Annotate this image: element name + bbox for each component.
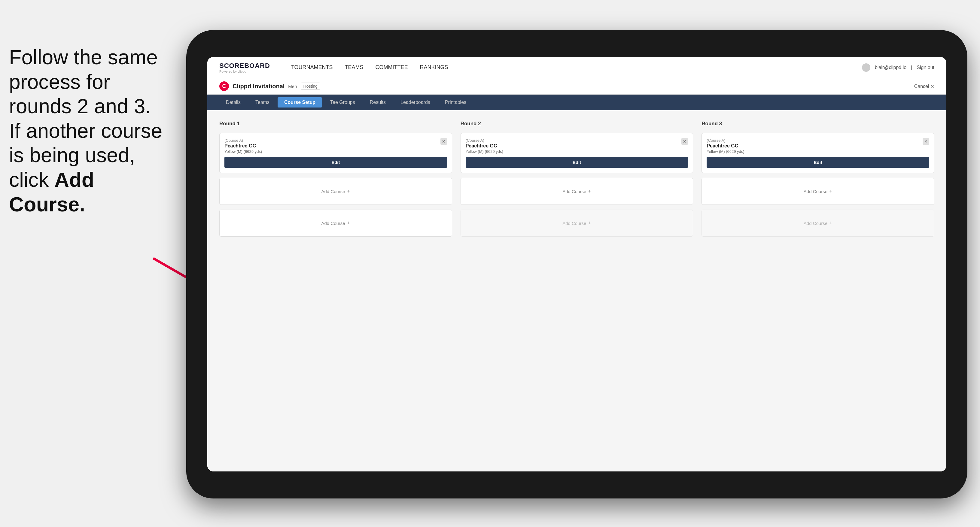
sub-header: C Clippd Invitational Men Hosting Cancel… [207,78,947,95]
add-course-label-2: Add Course [321,221,345,226]
men-badge: Men [288,84,297,89]
add-course-label-3: Add Course [562,189,586,194]
add-course-card-4-disabled: Add Course + [461,210,694,237]
nav-right: blair@clippd.io | Sign out [862,63,934,72]
instruction-text: Follow the same process for rounds 2 and… [0,45,174,216]
course-details: Yellow (M) (6629 yds) [224,149,262,154]
tab-bar: Details Teams Course Setup Tee Groups Re… [207,95,947,110]
round-1-column: Round 1 (Course A) Peachtree GC Yellow (… [219,121,452,237]
nav-separator: | [911,65,912,70]
nav-rankings[interactable]: RANKINGS [420,63,448,72]
round-1-course-card: (Course A) Peachtree GC Yellow (M) (6629… [219,133,452,173]
delete-course-button-3[interactable]: ✕ [923,138,929,145]
add-plus-icon-4: + [588,220,591,226]
round-2-column: Round 2 (Course A) Peachtree GC Yellow (… [461,121,694,237]
tab-teams[interactable]: Teams [249,97,276,108]
add-course-card-5[interactable]: Add Course + [702,178,934,205]
course-card-header-2: (Course A) Peachtree GC Yellow (M) (6629… [466,138,688,154]
tablet-device: SCOREBOARD Powered by clippd TOURNAMENTS… [186,30,967,498]
edit-course-button-3[interactable]: Edit [706,157,929,168]
add-plus-icon-2: + [347,220,350,226]
logo-area: SCOREBOARD Powered by clippd [219,62,270,73]
add-plus-icon: + [347,188,350,195]
logo-sub: Powered by clippd [219,70,270,73]
hosting-badge: Hosting [301,83,320,90]
round-3-label: Round 3 [702,121,934,127]
course-details-2: Yellow (M) (6629 yds) [466,149,503,154]
rounds-grid: Round 1 (Course A) Peachtree GC Yellow (… [219,121,934,237]
edit-course-button[interactable]: Edit [224,157,447,168]
add-course-label-5: Add Course [803,189,827,194]
round-2-label: Round 2 [461,121,694,127]
user-email: blair@clippd.io [875,65,907,70]
course-details-3: Yellow (M) (6629 yds) [706,149,744,154]
tab-printables[interactable]: Printables [438,97,473,108]
tab-results[interactable]: Results [363,97,392,108]
round-3-course-card: (Course A) Peachtree GC Yellow (M) (6629… [702,133,934,173]
edit-course-button-2[interactable]: Edit [466,157,688,168]
add-plus-icon-6: + [829,220,832,226]
course-tag: (Course A) [224,138,262,143]
tournament-title: Clippd Invitational [232,83,285,90]
round-1-label: Round 1 [219,121,452,127]
top-navigation: SCOREBOARD Powered by clippd TOURNAMENTS… [207,57,947,78]
add-course-card-6-disabled: Add Course + [702,210,934,237]
course-name: Peachtree GC [224,143,262,149]
add-course-label-6: Add Course [803,221,827,226]
add-course-label: Add Course [321,189,345,194]
nav-committee[interactable]: COMMITTEE [375,63,408,72]
add-course-card-1[interactable]: Add Course + [219,178,452,205]
nav-links: TOURNAMENTS TEAMS COMMITTEE RANKINGS [291,63,847,72]
tab-details[interactable]: Details [219,97,247,108]
course-tag-2: (Course A) [466,138,503,143]
nav-teams[interactable]: TEAMS [345,63,364,72]
add-course-card-2[interactable]: Add Course + [219,210,452,237]
tab-course-setup[interactable]: Course Setup [278,97,322,108]
tab-tee-groups[interactable]: Tee Groups [324,97,362,108]
round-3-column: Round 3 (Course A) Peachtree GC Yellow (… [702,121,934,237]
sign-out-link[interactable]: Sign out [916,65,934,70]
delete-course-button[interactable]: ✕ [441,138,447,145]
round-2-course-card: (Course A) Peachtree GC Yellow (M) (6629… [461,133,694,173]
add-course-label-4: Add Course [562,221,586,226]
add-plus-icon-5: + [829,188,832,195]
cancel-button[interactable]: Cancel ✕ [914,84,934,89]
nav-tournaments[interactable]: TOURNAMENTS [291,63,333,72]
course-name-3: Peachtree GC [706,143,744,149]
course-card-header: (Course A) Peachtree GC Yellow (M) (6629… [224,138,447,154]
tab-leaderboards[interactable]: Leaderboards [394,97,437,108]
c-logo-icon: C [219,81,229,91]
course-card-header-3: (Course A) Peachtree GC Yellow (M) (6629… [706,138,929,154]
user-avatar [862,63,870,72]
logo-scoreboard: SCOREBOARD [219,62,270,70]
add-plus-icon-3: + [588,188,591,195]
delete-course-button-2[interactable]: ✕ [681,138,688,145]
tournament-name: C Clippd Invitational Men Hosting [219,81,320,91]
tablet-screen: SCOREBOARD Powered by clippd TOURNAMENTS… [207,57,947,471]
main-content: Round 1 (Course A) Peachtree GC Yellow (… [207,110,947,471]
course-name-2: Peachtree GC [466,143,503,149]
course-tag-3: (Course A) [706,138,744,143]
add-course-card-3[interactable]: Add Course + [461,178,694,205]
